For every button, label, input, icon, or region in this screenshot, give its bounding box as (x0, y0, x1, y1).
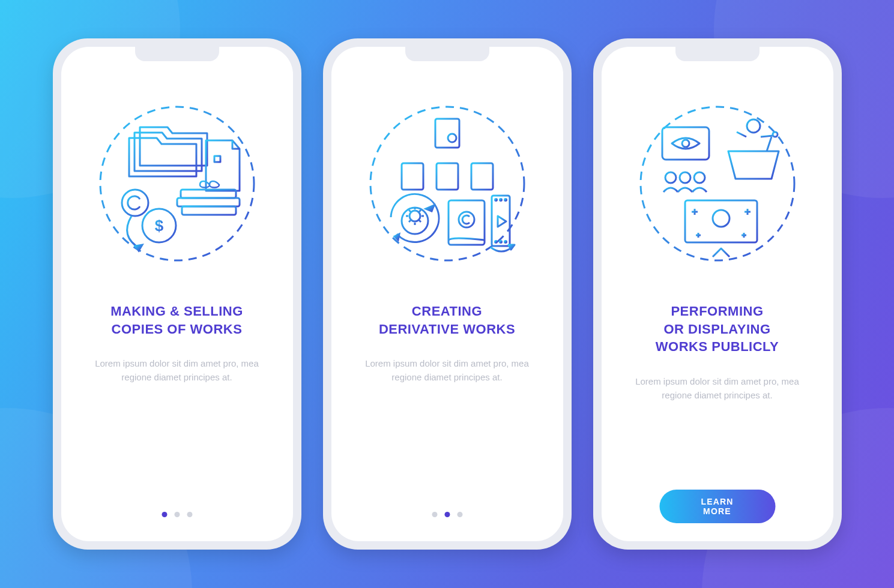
pager-dot-2[interactable] (444, 512, 450, 517)
pagination-dots (432, 512, 462, 517)
svg-point-41 (682, 140, 689, 147)
pager-dot-1[interactable] (432, 512, 437, 517)
svg-point-44 (694, 172, 705, 183)
svg-rect-21 (436, 163, 458, 190)
svg-rect-5 (177, 198, 240, 206)
screen-2: CREATING DERIVATIVE WORKS Lorem ipsum do… (331, 47, 563, 541)
phone-mockup-1: $ MAKING & SELLING COPIES OF WORKS Lorem… (53, 38, 301, 550)
phone-notch (135, 47, 219, 61)
pager-dot-3[interactable] (457, 512, 462, 517)
svg-rect-20 (402, 163, 423, 190)
svg-point-23 (409, 211, 420, 221)
onboarding-container: $ MAKING & SELLING COPIES OF WORKS Lorem… (0, 0, 894, 588)
svg-point-32 (500, 199, 501, 201)
svg-point-34 (495, 241, 497, 243)
screen-body: Lorem ipsum dolor sit dim amet pro, mea … (87, 357, 267, 384)
phone-mockup-2: CREATING DERIVATIVE WORKS Lorem ipsum do… (323, 38, 572, 550)
screen-title: MAKING & SELLING COPIES OF WORKS (110, 302, 243, 338)
svg-point-43 (680, 172, 690, 183)
svg-point-33 (504, 199, 506, 201)
svg-point-36 (504, 241, 506, 243)
phone-notch (405, 47, 489, 61)
pager-dot-3[interactable] (187, 512, 192, 517)
svg-rect-11 (435, 119, 459, 148)
svg-point-37 (641, 107, 794, 260)
svg-point-35 (500, 241, 501, 243)
screen-title: CREATING DERIVATIVE WORKS (379, 302, 515, 338)
svg-point-26 (459, 212, 474, 227)
svg-point-14 (448, 134, 456, 142)
screen-body: Lorem ipsum dolor sit dim amet pro, mea … (357, 357, 537, 384)
svg-point-46 (773, 132, 778, 137)
phone-notch (675, 47, 760, 61)
svg-point-45 (747, 119, 760, 133)
pager-dot-2[interactable] (174, 512, 180, 517)
svg-point-52 (713, 210, 729, 227)
screen-3: PERFORMING OR DISPLAYING WORKS PUBLICLY … (602, 47, 833, 541)
svg-line-48 (767, 137, 772, 151)
svg-rect-38 (662, 127, 709, 160)
svg-point-0 (100, 107, 254, 260)
svg-point-31 (495, 199, 497, 201)
screen-body: Lorem ipsum dolor sit dim amet pro, mea … (627, 375, 808, 402)
learn-more-button[interactable]: LEARN MORE (659, 490, 775, 523)
phone-mockup-3: PERFORMING OR DISPLAYING WORKS PUBLICLY … (593, 38, 842, 550)
svg-point-42 (665, 172, 676, 183)
svg-text:$: $ (154, 217, 163, 235)
pager-dot-1[interactable] (162, 512, 167, 517)
copies-icon: $ (87, 94, 267, 274)
svg-rect-6 (182, 206, 236, 215)
svg-rect-22 (471, 163, 493, 190)
display-icon (627, 94, 808, 274)
svg-point-7 (122, 190, 148, 216)
screen-1: $ MAKING & SELLING COPIES OF WORKS Lorem… (61, 47, 293, 541)
derivative-icon (357, 94, 537, 274)
screen-title: PERFORMING OR DISPLAYING WORKS PUBLICLY (656, 302, 779, 356)
svg-rect-1 (214, 156, 220, 162)
pagination-dots (162, 512, 192, 517)
